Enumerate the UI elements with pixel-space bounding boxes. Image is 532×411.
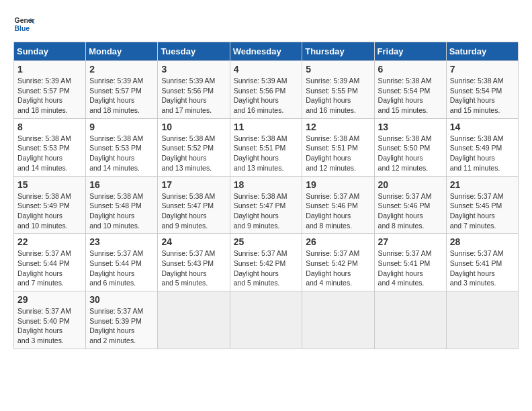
calendar-cell: 2Sunrise: 5:39 AMSunset: 5:57 PMDaylight… (86, 61, 158, 119)
calendar-cell: 5Sunrise: 5:39 AMSunset: 5:55 PMDaylight… (302, 61, 374, 119)
calendar-cell: 25Sunrise: 5:37 AMSunset: 5:42 PMDayligh… (230, 234, 302, 291)
day-info: Sunrise: 5:37 AMSunset: 5:42 PMDaylight … (234, 248, 299, 288)
col-header-monday: Monday (86, 42, 158, 61)
calendar-cell: 18Sunrise: 5:38 AMSunset: 5:47 PMDayligh… (230, 176, 302, 234)
day-info: Sunrise: 5:38 AMSunset: 5:48 PMDaylight … (89, 191, 154, 231)
col-header-wednesday: Wednesday (230, 42, 302, 61)
calendar-cell: 8Sunrise: 5:38 AMSunset: 5:53 PMDaylight… (14, 118, 86, 176)
day-info: Sunrise: 5:37 AMSunset: 5:40 PMDaylight … (17, 306, 82, 346)
day-number: 12 (306, 122, 370, 132)
day-number: 17 (161, 179, 226, 190)
calendar-cell: 14Sunrise: 5:38 AMSunset: 5:49 PMDayligh… (446, 118, 518, 176)
day-info: Sunrise: 5:37 AMSunset: 5:42 PMDaylight … (306, 248, 370, 288)
calendar-cell: 29Sunrise: 5:37 AMSunset: 5:40 PMDayligh… (14, 291, 86, 349)
day-number: 20 (378, 179, 443, 190)
day-info: Sunrise: 5:38 AMSunset: 5:53 PMDaylight … (17, 134, 82, 173)
calendar-cell: 23Sunrise: 5:37 AMSunset: 5:44 PMDayligh… (86, 234, 158, 291)
calendar-cell: 7Sunrise: 5:38 AMSunset: 5:54 PMDaylight… (446, 61, 518, 119)
day-info: Sunrise: 5:38 AMSunset: 5:51 PMDaylight … (234, 134, 299, 173)
calendar-cell: 9Sunrise: 5:38 AMSunset: 5:53 PMDaylight… (86, 118, 158, 176)
day-number: 3 (161, 64, 226, 75)
day-number: 15 (17, 179, 82, 190)
calendar-cell (374, 291, 446, 349)
calendar-cell (230, 291, 302, 349)
day-info: Sunrise: 5:38 AMSunset: 5:50 PMDaylight … (378, 134, 443, 173)
calendar-cell: 17Sunrise: 5:38 AMSunset: 5:47 PMDayligh… (158, 176, 230, 234)
calendar-week-1: 1Sunrise: 5:39 AMSunset: 5:57 PMDaylight… (14, 61, 519, 119)
calendar-cell (302, 291, 374, 349)
calendar-cell (446, 291, 518, 349)
day-info: Sunrise: 5:37 AMSunset: 5:44 PMDaylight … (89, 248, 154, 288)
calendar-cell: 24Sunrise: 5:37 AMSunset: 5:43 PMDayligh… (158, 234, 230, 291)
day-number: 2 (89, 64, 154, 75)
col-header-friday: Friday (374, 42, 446, 61)
calendar-cell: 10Sunrise: 5:38 AMSunset: 5:52 PMDayligh… (158, 118, 230, 176)
day-number: 23 (89, 236, 154, 247)
col-header-sunday: Sunday (14, 42, 86, 61)
day-info: Sunrise: 5:38 AMSunset: 5:54 PMDaylight … (378, 76, 443, 116)
page-header: General Blue (13, 13, 519, 35)
day-number: 24 (161, 236, 226, 247)
calendar-cell: 19Sunrise: 5:37 AMSunset: 5:46 PMDayligh… (302, 176, 374, 234)
day-number: 11 (234, 122, 299, 132)
day-number: 19 (306, 179, 370, 190)
day-number: 6 (378, 64, 443, 75)
day-info: Sunrise: 5:37 AMSunset: 5:46 PMDaylight … (378, 191, 443, 231)
day-number: 16 (89, 179, 154, 190)
col-header-saturday: Saturday (446, 42, 518, 61)
calendar-cell: 21Sunrise: 5:37 AMSunset: 5:45 PMDayligh… (446, 176, 518, 234)
day-number: 7 (450, 64, 515, 75)
day-number: 28 (450, 236, 515, 247)
day-number: 22 (17, 236, 82, 247)
day-info: Sunrise: 5:39 AMSunset: 5:56 PMDaylight … (234, 76, 299, 116)
col-header-tuesday: Tuesday (158, 42, 230, 61)
day-info: Sunrise: 5:38 AMSunset: 5:47 PMDaylight … (161, 191, 226, 231)
day-info: Sunrise: 5:38 AMSunset: 5:49 PMDaylight … (17, 191, 82, 231)
day-info: Sunrise: 5:37 AMSunset: 5:44 PMDaylight … (17, 248, 82, 288)
logo: General Blue (13, 13, 35, 35)
calendar-cell: 12Sunrise: 5:38 AMSunset: 5:51 PMDayligh… (302, 118, 374, 176)
calendar-cell: 26Sunrise: 5:37 AMSunset: 5:42 PMDayligh… (302, 234, 374, 291)
calendar-week-4: 22Sunrise: 5:37 AMSunset: 5:44 PMDayligh… (14, 234, 519, 291)
day-info: Sunrise: 5:38 AMSunset: 5:52 PMDaylight … (161, 134, 226, 173)
calendar-cell: 20Sunrise: 5:37 AMSunset: 5:46 PMDayligh… (374, 176, 446, 234)
day-info: Sunrise: 5:37 AMSunset: 5:41 PMDaylight … (378, 248, 443, 288)
day-info: Sunrise: 5:38 AMSunset: 5:53 PMDaylight … (89, 134, 154, 173)
calendar-cell: 28Sunrise: 5:37 AMSunset: 5:41 PMDayligh… (446, 234, 518, 291)
day-info: Sunrise: 5:37 AMSunset: 5:46 PMDaylight … (306, 191, 370, 231)
day-number: 1 (17, 64, 82, 75)
day-info: Sunrise: 5:38 AMSunset: 5:47 PMDaylight … (234, 191, 299, 231)
day-number: 9 (89, 122, 154, 132)
day-info: Sunrise: 5:39 AMSunset: 5:56 PMDaylight … (161, 76, 226, 116)
calendar-cell: 1Sunrise: 5:39 AMSunset: 5:57 PMDaylight… (14, 61, 86, 119)
calendar-week-2: 8Sunrise: 5:38 AMSunset: 5:53 PMDaylight… (14, 118, 519, 176)
day-number: 21 (450, 179, 515, 190)
calendar-cell: 15Sunrise: 5:38 AMSunset: 5:49 PMDayligh… (14, 176, 86, 234)
day-number: 5 (306, 64, 370, 75)
calendar-cell: 27Sunrise: 5:37 AMSunset: 5:41 PMDayligh… (374, 234, 446, 291)
calendar-cell: 30Sunrise: 5:37 AMSunset: 5:39 PMDayligh… (86, 291, 158, 349)
day-number: 14 (450, 122, 515, 132)
calendar-week-3: 15Sunrise: 5:38 AMSunset: 5:49 PMDayligh… (14, 176, 519, 234)
day-info: Sunrise: 5:37 AMSunset: 5:41 PMDaylight … (450, 248, 515, 288)
calendar-table: SundayMondayTuesdayWednesdayThursdayFrid… (13, 42, 519, 349)
calendar-cell: 16Sunrise: 5:38 AMSunset: 5:48 PMDayligh… (86, 176, 158, 234)
day-number: 27 (378, 236, 443, 247)
day-info: Sunrise: 5:37 AMSunset: 5:39 PMDaylight … (89, 306, 154, 346)
day-info: Sunrise: 5:38 AMSunset: 5:51 PMDaylight … (306, 134, 370, 173)
calendar-cell: 4Sunrise: 5:39 AMSunset: 5:56 PMDaylight… (230, 61, 302, 119)
logo-icon: General Blue (13, 13, 35, 35)
day-number: 18 (234, 179, 299, 190)
day-info: Sunrise: 5:37 AMSunset: 5:45 PMDaylight … (450, 191, 515, 231)
day-info: Sunrise: 5:37 AMSunset: 5:43 PMDaylight … (161, 248, 226, 288)
calendar-week-5: 29Sunrise: 5:37 AMSunset: 5:40 PMDayligh… (14, 291, 519, 349)
day-number: 30 (89, 294, 154, 305)
calendar-cell (158, 291, 230, 349)
calendar-cell: 13Sunrise: 5:38 AMSunset: 5:50 PMDayligh… (374, 118, 446, 176)
day-number: 13 (378, 122, 443, 132)
day-info: Sunrise: 5:38 AMSunset: 5:54 PMDaylight … (450, 76, 515, 116)
day-number: 29 (17, 294, 82, 305)
day-info: Sunrise: 5:39 AMSunset: 5:57 PMDaylight … (89, 76, 154, 116)
calendar-cell: 11Sunrise: 5:38 AMSunset: 5:51 PMDayligh… (230, 118, 302, 176)
day-info: Sunrise: 5:39 AMSunset: 5:57 PMDaylight … (17, 76, 82, 116)
